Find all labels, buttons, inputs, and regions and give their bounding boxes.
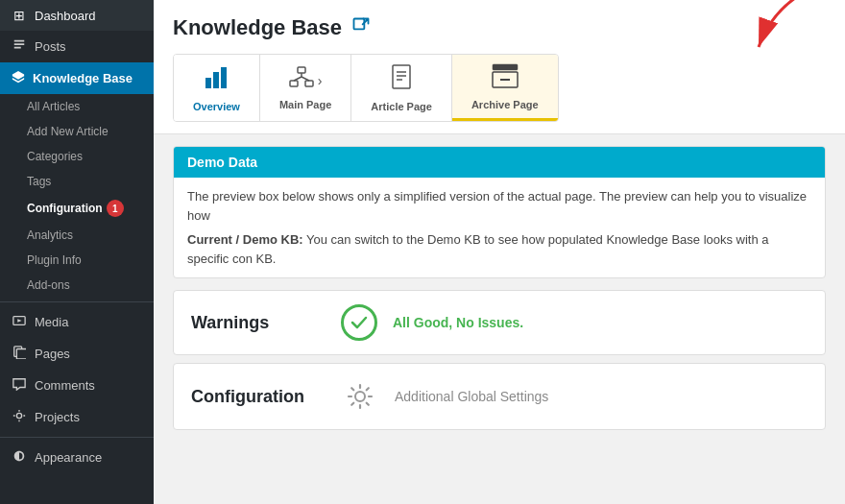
demo-data-section: Demo Data The preview box below shows on… [173, 146, 826, 278]
sidebar-item-all-articles[interactable]: All Articles [0, 94, 154, 119]
tab-archive-page[interactable]: Archive Page [452, 55, 558, 121]
demo-data-body: The preview box below shows only a simpl… [174, 178, 825, 277]
sidebar-sub-label: All Articles [27, 100, 80, 113]
sidebar-item-knowledge-base[interactable]: Knowledge Base [0, 62, 154, 94]
pages-icon [12, 346, 27, 362]
current-demo-label: Current / Demo KB: [187, 232, 303, 247]
page-title: Knowledge Base [173, 15, 342, 40]
divider-2 [0, 437, 154, 438]
tab-overview[interactable]: Overview [174, 55, 260, 121]
archive-page-tab-icon [491, 62, 519, 95]
dashboard-icon: ⊞ [12, 8, 27, 23]
svg-marker-1 [17, 319, 21, 323]
media-icon [12, 314, 27, 330]
sidebar-sub-label: Add New Article [27, 125, 109, 138]
gear-icon-container [341, 377, 379, 416]
svg-rect-3 [16, 349, 26, 360]
configuration-link-text[interactable]: Additional Global Settings [395, 389, 548, 404]
main-page-tab-icon [289, 66, 314, 95]
sidebar-sub-label: Categories [27, 150, 83, 163]
gear-icon [343, 379, 377, 414]
sidebar-item-label: Media [35, 315, 68, 329]
overview-tab-icon [203, 64, 229, 97]
sidebar-item-label: Comments [35, 378, 95, 393]
sidebar-item-configuration[interactable]: Configuration 1 [0, 194, 154, 223]
sidebar-item-plugin-info[interactable]: Plugin Info [0, 248, 154, 273]
svg-rect-9 [221, 67, 227, 88]
configuration-section: Configuration Additional Global Settings [173, 363, 826, 430]
tab-main-page-label: Main Page [279, 99, 331, 110]
tab-archive-page-label: Archive Page [471, 99, 539, 110]
demo-data-current: Current / Demo KB: You can switch to the… [187, 230, 811, 268]
sidebar-item-label: Posts [35, 39, 66, 54]
sidebar-sub-label: Plugin Info [27, 253, 82, 267]
demo-data-text: The preview box below shows only a simpl… [187, 187, 811, 225]
sidebar: ⊞ Dashboard Posts Knowledge Base All Art… [0, 0, 154, 504]
svg-point-4 [16, 413, 21, 418]
sidebar-item-tags[interactable]: Tags [0, 169, 154, 194]
sidebar-item-label: Projects [35, 410, 80, 424]
tab-article-page[interactable]: Article Page [351, 55, 452, 121]
sidebar-sub-label: Add-ons [27, 278, 70, 292]
configuration-badge: 1 [107, 200, 124, 217]
sidebar-item-label: Dashboard [35, 9, 96, 23]
projects-icon [12, 409, 27, 425]
svg-rect-14 [290, 81, 298, 86]
sidebar-item-analytics[interactable]: Analytics [0, 223, 154, 248]
warnings-section: Warnings All Good, No Issues. [173, 290, 826, 355]
sidebar-item-label: Pages [35, 347, 70, 361]
sidebar-sub-label: Tags [27, 175, 51, 188]
divider-1 [0, 301, 154, 302]
article-page-tab-icon [390, 64, 413, 97]
main-content: Knowledge Base [154, 0, 845, 504]
warnings-status-text: All Good, No Issues. [393, 315, 523, 330]
tabs-row: Overview › [173, 54, 559, 122]
demo-data-header: Demo Data [174, 147, 825, 178]
sidebar-item-label: Knowledge Base [33, 71, 133, 85]
sidebar-item-categories[interactable]: Categories [0, 144, 154, 169]
sidebar-item-dashboard[interactable]: ⊞ Dashboard [0, 0, 154, 31]
tab-article-page-label: Article Page [371, 101, 432, 112]
tab-main-page[interactable]: › Main Page [260, 55, 351, 121]
svg-rect-10 [298, 67, 305, 73]
svg-rect-16 [393, 65, 410, 88]
svg-rect-8 [213, 72, 219, 88]
sidebar-sub-label: Configuration [27, 202, 103, 215]
knowledge-base-icon [12, 70, 25, 86]
sidebar-item-projects[interactable]: Projects [0, 401, 154, 433]
sidebar-sub-label: Analytics [27, 228, 73, 242]
warnings-title: Warnings [191, 313, 326, 333]
warnings-check-icon [341, 304, 377, 341]
sidebar-item-add-ons[interactable]: Add-ons [0, 273, 154, 298]
sidebar-item-posts[interactable]: Posts [0, 31, 154, 62]
svg-rect-15 [305, 81, 313, 86]
kb-title-row: Knowledge Base [173, 15, 826, 40]
tab-overview-label: Overview [193, 101, 240, 112]
sidebar-item-label: Appearance [35, 450, 102, 465]
svg-point-23 [355, 392, 365, 401]
svg-rect-20 [493, 64, 518, 70]
arrow-right-icon: › [318, 73, 323, 88]
appearance-icon [12, 449, 27, 466]
red-arrow [730, 0, 845, 61]
sidebar-item-appearance[interactable]: Appearance [0, 442, 154, 473]
kb-header-section: Knowledge Base [154, 0, 845, 134]
external-link-icon[interactable] [351, 16, 371, 40]
svg-rect-7 [205, 78, 211, 88]
sidebar-item-add-new-article[interactable]: Add New Article [0, 119, 154, 144]
sidebar-item-pages[interactable]: Pages [0, 338, 154, 370]
sidebar-item-media[interactable]: Media [0, 306, 154, 338]
comments-icon [12, 377, 27, 394]
configuration-title: Configuration [191, 387, 326, 407]
sidebar-item-comments[interactable]: Comments [0, 370, 154, 401]
posts-icon [12, 38, 27, 55]
